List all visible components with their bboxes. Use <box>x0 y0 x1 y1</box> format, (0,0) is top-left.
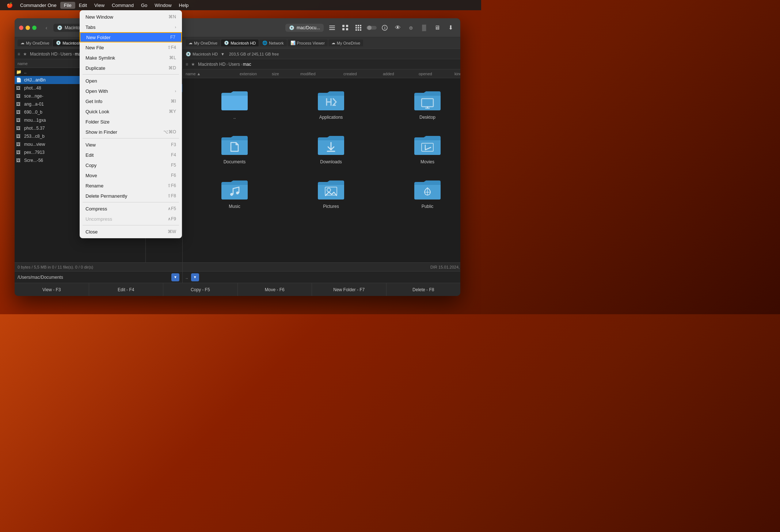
icon-label-public: Public <box>422 204 434 209</box>
menubar-file[interactable]: File <box>60 2 75 9</box>
menu-quick-look[interactable]: Quick Look ⌘Y <box>80 106 182 117</box>
menu-make-symlink[interactable]: Make Symlink ⌘L <box>80 53 182 63</box>
star-icon[interactable]: ★ <box>23 52 27 57</box>
fkey-view[interactable]: View - F3 <box>15 283 89 296</box>
folder-pictures-icon <box>316 178 346 201</box>
toolbar-compress-icon[interactable]: ▒ <box>419 23 430 32</box>
menu-edit[interactable]: Edit F4 <box>80 150 182 160</box>
icon-item-movies[interactable]: Movies <box>383 130 460 167</box>
icon-label-movies: Movies <box>421 159 434 164</box>
menu-new-file[interactable]: New File ⇧F4 <box>80 42 182 53</box>
icon-item-downloads[interactable]: Downloads <box>286 130 376 167</box>
fkey-new-folder[interactable]: New Folder - F7 <box>312 283 387 296</box>
folder-up-icon: 📁 <box>16 69 23 75</box>
rch-modified: modified <box>300 72 340 76</box>
right-list-view-icon[interactable]: ≡ <box>186 62 188 67</box>
rch-created: created <box>343 72 380 76</box>
fkey-move[interactable]: Move - F6 <box>238 283 312 296</box>
menu-tabs[interactable]: Tabs › <box>80 22 182 32</box>
rch-added: added <box>383 72 416 76</box>
toolbar-terminal-icon[interactable]: 🖥 <box>432 23 443 32</box>
right-tab-macintosh-hd[interactable]: 💿 mac/Docu... <box>285 24 324 32</box>
right-bc-macintosh[interactable]: Macintosh HD <box>198 62 225 67</box>
toolbar-grid-icon[interactable] <box>353 23 364 32</box>
left-tab-onerive[interactable]: ☁ My OneDrive <box>18 39 52 46</box>
apple-menu[interactable]: 🍎 <box>3 2 16 8</box>
close-button[interactable] <box>19 26 23 30</box>
right-star-icon[interactable]: ★ <box>191 62 195 67</box>
toolbar-column-icon[interactable] <box>340 23 351 32</box>
list-view-icon[interactable]: ≡ <box>18 52 20 57</box>
toolbar-eye-icon[interactable]: 👁 <box>392 23 403 32</box>
icon-item-desktop[interactable]: Desktop <box>383 86 460 123</box>
menubar-view[interactable]: View <box>91 2 108 9</box>
svg-rect-6 <box>346 28 348 30</box>
right-bc-mac[interactable]: mac <box>243 62 251 67</box>
right-tab-network[interactable]: 🌐 Network <box>259 39 286 46</box>
right-macintosh-icon: 💿 <box>224 41 229 45</box>
icon-item-pictures[interactable]: Pictures <box>286 175 376 212</box>
icon-item-public[interactable]: Public <box>383 175 460 212</box>
right-tab-myonerive[interactable]: ☁ My OneDrive <box>186 39 220 46</box>
file-menu-dropdown: New Window ⌘N Tabs › New Folder F7 New F… <box>80 10 182 238</box>
menu-get-info[interactable]: Get Info ⌘I <box>80 96 182 106</box>
menu-open[interactable]: Open <box>80 76 182 86</box>
maximize-button[interactable] <box>32 26 37 30</box>
menubar-command[interactable]: Command <box>108 2 137 9</box>
macintosh-icon: 💿 <box>56 41 61 45</box>
nav-back-button[interactable]: ‹ <box>42 24 50 32</box>
right-drive-dropdown-icon[interactable]: ▼ <box>221 52 225 56</box>
icon-item-music[interactable]: Music <box>190 175 279 212</box>
menubar-window[interactable]: Window <box>151 2 175 9</box>
menu-delete-permanently[interactable]: Delete Permanently ⇧F8 <box>80 191 182 201</box>
menu-rename[interactable]: Rename ⇧F6 <box>80 180 182 191</box>
icon-item-documents[interactable]: Documents <box>190 130 279 167</box>
minimize-button[interactable] <box>26 26 30 30</box>
menu-new-window[interactable]: New Window ⌘N <box>80 12 182 22</box>
bc-macintosh[interactable]: Macintosh HD <box>30 52 57 57</box>
menubar-app[interactable]: Commander One <box>16 2 60 9</box>
menu-uncompress[interactable]: Uncompress ∧F9 <box>80 214 182 224</box>
right-onedrive2-icon: ☁ <box>331 41 335 45</box>
menubar-edit[interactable]: Edit <box>75 2 91 9</box>
menu-move[interactable]: Move F6 <box>80 170 182 180</box>
right-bc-users[interactable]: Users <box>228 62 240 67</box>
menubar-go[interactable]: Go <box>137 2 151 9</box>
toolbar-list-icon[interactable] <box>327 23 338 32</box>
toolbar-info-icon[interactable]: i <box>379 23 390 32</box>
toolbar-download-icon[interactable]: ⬇ <box>445 23 456 32</box>
left-path-input[interactable] <box>18 275 171 280</box>
fkey-edit[interactable]: Edit - F4 <box>89 283 164 296</box>
file-icon-phot5: 🖼 <box>16 126 23 131</box>
fkey-copy[interactable]: Copy - F5 <box>163 283 238 296</box>
file-icon-690: 🖼 <box>16 110 23 115</box>
menu-view[interactable]: View F3 <box>80 140 182 150</box>
menubar-help[interactable]: Help <box>175 2 193 9</box>
right-tab-onedrive2[interactable]: ☁ My OneDrive <box>328 39 363 46</box>
right-tab-macintosh[interactable]: 💿 Macintosh HD <box>221 39 259 46</box>
bc-users[interactable]: Users <box>60 52 72 57</box>
icon-label-applications: Applications <box>319 115 343 120</box>
menu-compress[interactable]: Compress ∧F5 <box>80 204 182 214</box>
right-drive-name: Macintosh HD <box>193 52 218 56</box>
icon-label-parent: .. <box>233 115 236 120</box>
menu-close[interactable]: Close ⌘W <box>80 227 182 237</box>
toolbar-binoculars-icon[interactable]: ⌾ <box>406 23 416 32</box>
svg-rect-2 <box>329 29 335 30</box>
right-tab-process[interactable]: 📊 Process Viewer <box>288 39 328 46</box>
left-status-bar: 0 bytes / 5,5 MB in 0 / 11 file(s). 0 / … <box>15 262 182 271</box>
menu-duplicate[interactable]: Duplicate ⌘D <box>80 63 182 73</box>
fkey-delete[interactable]: Delete - F8 <box>387 283 461 296</box>
path-dropdown-button[interactable]: ▼ <box>171 273 179 281</box>
menu-open-with[interactable]: Open With › <box>80 86 182 96</box>
icon-item-applications[interactable]: Applications <box>286 86 376 123</box>
toolbar-toggle-icon[interactable] <box>366 23 377 32</box>
menu-copy[interactable]: Copy F5 <box>80 160 182 170</box>
right-path-dropdown-button[interactable]: ▼ <box>191 273 199 281</box>
right-header-tabs: ☁ My OneDrive 💿 Macintosh HD 🌐 Network 📊… <box>186 39 460 46</box>
menu-folder-size[interactable]: Folder Size <box>80 117 182 127</box>
file-icon-ang: 🖼 <box>16 102 23 107</box>
menu-new-folder[interactable]: New Folder F7 <box>80 32 182 42</box>
icon-item-parent[interactable]: .. <box>190 86 279 123</box>
menu-show-in-finder[interactable]: Show in Finder ⌥⌘O <box>80 127 182 137</box>
